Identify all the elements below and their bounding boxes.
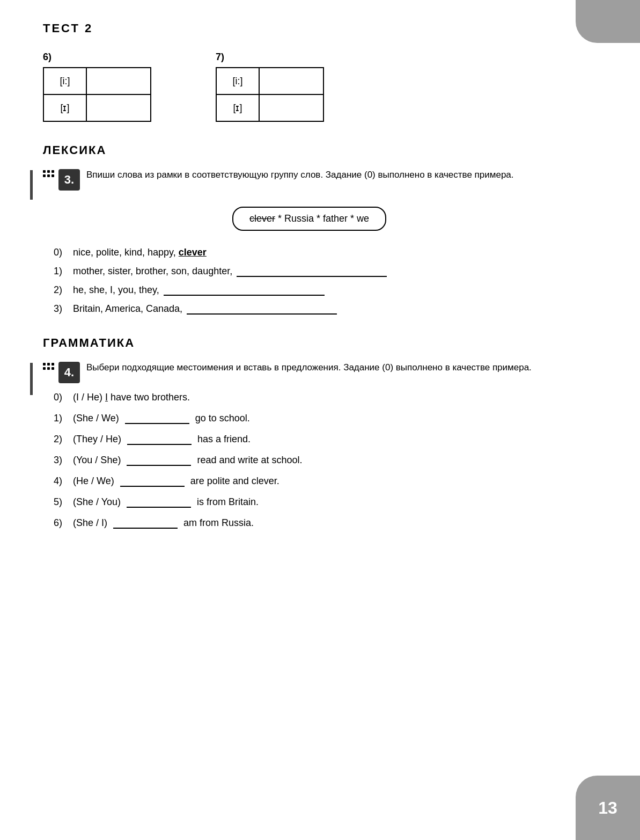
item2-blank[interactable]: [164, 295, 325, 296]
g-item2-text: (They / He) has a friend.: [73, 434, 251, 445]
dot8: [47, 363, 50, 366]
g-item0-answer: I: [105, 392, 108, 403]
grid6-row1-blank: [86, 68, 151, 94]
dot4: [43, 174, 46, 177]
word-clever: clever: [249, 213, 275, 224]
item0-answer: clever: [179, 247, 207, 258]
task3-text: Впиши слова из рамки в соответствующую г…: [86, 168, 565, 182]
dot2: [47, 170, 50, 173]
grid6-row2-symbol: [ɪ]: [43, 94, 86, 121]
grid7-table: [i:] [ɪ]: [216, 67, 324, 122]
grid7-row2-blank: [259, 94, 323, 121]
task4-left-bar: [30, 363, 33, 395]
dot7: [43, 363, 46, 366]
grid7-row1-symbol: [i:]: [216, 68, 259, 94]
task3-dots-badge: [43, 170, 54, 177]
task3-item-0: 0) nice, polite, kind, happy, clever: [54, 247, 565, 258]
item3-blank[interactable]: [187, 313, 337, 315]
word-sep1: * Russia * father * we: [278, 213, 369, 224]
g-item5-text: (She / You) is from Britain.: [73, 496, 259, 508]
dot6: [52, 174, 54, 177]
g-item1-blank[interactable]: [125, 423, 189, 424]
dot10: [43, 367, 46, 370]
g-item6-text: (She / I) am from Russia.: [73, 517, 254, 529]
lexika-heading: ЛЕКСИКА: [43, 143, 565, 157]
dot11: [47, 367, 50, 370]
task4-item-4: 4) (He / We) are polite and clever.: [54, 476, 565, 487]
phonetics-item-6: 6) [i:] [ɪ]: [43, 52, 151, 122]
item1-blank[interactable]: [237, 276, 387, 277]
g-item1-num: 1): [54, 413, 70, 424]
task4-item-1: 1) (She / We) go to school.: [54, 413, 565, 424]
item3-num: 3): [54, 303, 70, 315]
task4-item-2: 2) (They / He) has a friend.: [54, 434, 565, 445]
task4-list: 0) (I / He) I have two brothers. 1) (She…: [54, 392, 565, 529]
dot5: [47, 174, 50, 177]
page-number-badge: 13: [576, 776, 640, 840]
task4-text: Выбери подходящие местоимения и вставь в…: [86, 361, 565, 375]
g-item0-text: (I / He) I have two brothers.: [73, 392, 190, 403]
task3-item-3: 3) Britain, America, Canada,: [54, 303, 565, 315]
task3-left-bar: [30, 170, 33, 200]
task4-dots-badge: [43, 363, 54, 370]
task4-row: 4. Выбери подходящие местоимения и встав…: [43, 361, 565, 383]
g-item5-num: 5): [54, 496, 70, 508]
grid7-row2-symbol: [ɪ]: [216, 94, 259, 121]
task4-item-5: 5) (She / You) is from Britain.: [54, 496, 565, 508]
page-number: 13: [598, 798, 617, 818]
g-item2-num: 2): [54, 434, 70, 445]
g-item1-text: (She / We) go to school.: [73, 413, 250, 424]
task4-badge: 4.: [58, 362, 80, 383]
task4-item-0: 0) (I / He) I have two brothers.: [54, 392, 565, 403]
dot3: [52, 170, 54, 173]
g-item3-blank[interactable]: [127, 465, 191, 466]
grid6-table: [i:] [ɪ]: [43, 67, 151, 122]
item1-num: 1): [54, 266, 70, 277]
g-item4-blank[interactable]: [120, 486, 185, 487]
top-right-decoration: [576, 0, 640, 43]
dot12: [52, 367, 54, 370]
g-item6-num: 6): [54, 517, 70, 529]
word-box-container: clever * Russia * father * we: [43, 199, 565, 238]
item0-text: nice, polite, kind, happy, clever: [73, 247, 565, 258]
item0-num: 0): [54, 247, 70, 258]
task3-row: 3. Впиши слова из рамки в соответствующу…: [43, 168, 565, 191]
task3-list: 0) nice, polite, kind, happy, clever 1) …: [54, 247, 565, 315]
grid6-row1-symbol: [i:]: [43, 68, 86, 94]
phonetics-section: 6) [i:] [ɪ] 7) [i:] [: [43, 52, 565, 122]
task3-badge: 3.: [58, 169, 80, 191]
g-item0-num: 0): [54, 392, 70, 403]
grammatika-heading: ГРАММАТИКА: [43, 336, 565, 350]
g-item4-num: 4): [54, 476, 70, 487]
g-item2-blank[interactable]: [127, 444, 192, 445]
task4-item-6: 6) (She / I) am from Russia.: [54, 517, 565, 529]
g-item3-text: (You / She) read and write at school.: [73, 455, 303, 466]
dot9: [52, 363, 54, 366]
item2-num: 2): [54, 284, 70, 296]
g-item5-blank[interactable]: [127, 507, 191, 508]
grid6-label: 6): [43, 52, 151, 63]
grid6-row2-blank: [86, 94, 151, 121]
dot1: [43, 170, 46, 173]
item2-text: he, she, I, you, they,: [73, 284, 565, 296]
g-item4-text: (He / We) are polite and clever.: [73, 476, 279, 487]
item3-text: Britain, America, Canada,: [73, 303, 565, 315]
word-box: clever * Russia * father * we: [232, 207, 386, 231]
task3-item-1: 1) mother, sister, brother, son, daughte…: [54, 266, 565, 277]
task3-item-2: 2) he, she, I, you, they,: [54, 284, 565, 296]
grid7-label: 7): [216, 52, 324, 63]
phonetics-item-7: 7) [i:] [ɪ]: [216, 52, 324, 122]
task4-item-3: 3) (You / She) read and write at school.: [54, 455, 565, 466]
test-title: ТЕСТ 2: [43, 21, 565, 35]
g-item3-num: 3): [54, 455, 70, 466]
grid7-row1-blank: [259, 68, 323, 94]
g-item6-blank[interactable]: [113, 528, 178, 529]
item1-text: mother, sister, brother, son, daughter,: [73, 266, 565, 277]
